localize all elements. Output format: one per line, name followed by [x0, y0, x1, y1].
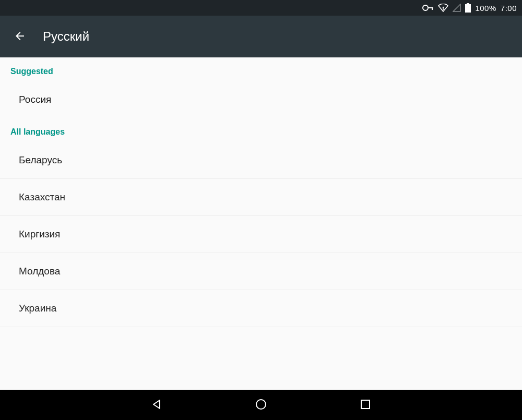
- device-screen: 100% 7:00 Русский Suggested Россия All l…: [0, 0, 522, 420]
- square-recent-icon: [360, 399, 371, 411]
- triangle-back-icon: [151, 399, 162, 412]
- nav-recent-button[interactable]: [352, 392, 378, 418]
- battery-percent: 100%: [475, 4, 496, 13]
- list-item[interactable]: Беларусь: [0, 142, 522, 179]
- action-bar: Русский: [0, 16, 522, 57]
- vpn-key-icon: [422, 5, 434, 11]
- status-bar: 100% 7:00: [0, 0, 522, 16]
- nav-back-button[interactable]: [144, 392, 170, 418]
- svg-point-0: [423, 5, 428, 10]
- cellular-signal-icon: [453, 4, 461, 12]
- clock: 7:00: [501, 4, 517, 13]
- section-header-all: All languages: [0, 118, 522, 142]
- navigation-bar: [0, 390, 522, 420]
- list-item[interactable]: Россия: [0, 81, 522, 118]
- svg-rect-5: [465, 4, 471, 13]
- wifi-icon: [438, 4, 448, 12]
- language-list[interactable]: Suggested Россия All languages Беларусь …: [0, 57, 522, 390]
- svg-rect-8: [361, 400, 370, 409]
- svg-rect-6: [467, 3, 469, 4]
- list-item[interactable]: Украина: [0, 290, 522, 327]
- list-item[interactable]: Молдова: [0, 253, 522, 290]
- section-header-suggested: Suggested: [0, 57, 522, 81]
- circle-home-icon: [255, 398, 267, 412]
- list-item[interactable]: Казахстан: [0, 179, 522, 216]
- svg-rect-2: [432, 7, 433, 10]
- battery-icon: [465, 3, 471, 13]
- svg-point-7: [256, 400, 266, 409]
- page-title: Русский: [43, 29, 89, 44]
- svg-rect-4: [443, 7, 444, 10]
- back-button[interactable]: [9, 26, 30, 47]
- nav-home-button[interactable]: [248, 392, 274, 418]
- list-item[interactable]: Киргизия: [0, 216, 522, 253]
- arrow-back-icon: [14, 30, 26, 44]
